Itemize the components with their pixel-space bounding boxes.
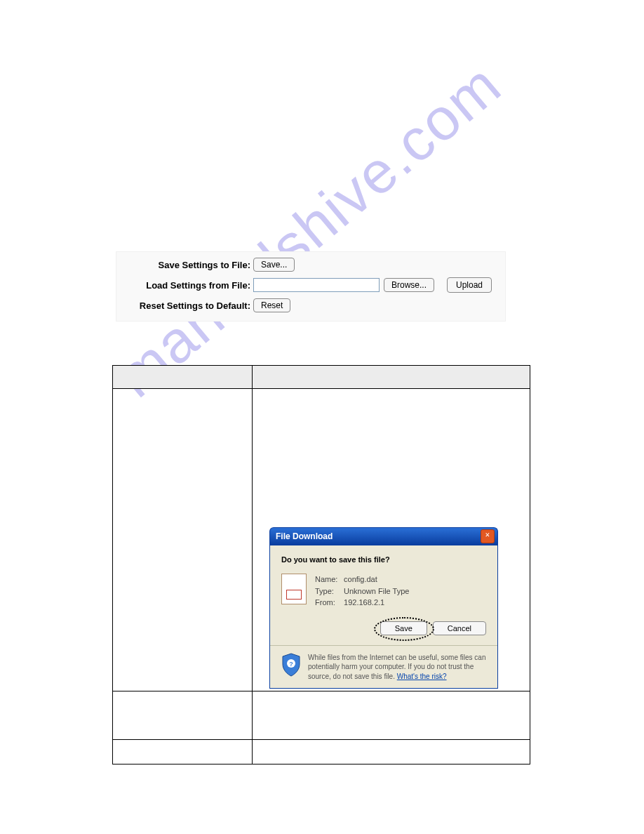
browse-button[interactable]: Browse...	[384, 278, 434, 292]
dialog-title: File Download	[276, 531, 333, 541]
table-row	[113, 691, 530, 740]
load-settings-label: Load Settings from File:	[123, 280, 253, 291]
file-download-dialog: File Download × Do you want to save this…	[269, 527, 498, 689]
risk-link[interactable]: What's the risk?	[397, 673, 447, 680]
svg-text:?: ?	[289, 661, 293, 668]
warning-text: While files from the Internet can be use…	[308, 653, 486, 682]
settings-panel: Save Settings to File: Save... Load Sett…	[116, 251, 506, 322]
dialog-titlebar[interactable]: File Download ×	[269, 527, 498, 545]
file-details: Name: config.dat Type: Unknown File Type…	[315, 574, 409, 609]
reset-button[interactable]: Reset	[253, 298, 290, 312]
table-header-2	[253, 366, 530, 389]
save-file-button[interactable]: Save...	[253, 258, 295, 272]
name-key: Name:	[315, 574, 342, 585]
shield-icon: ?	[281, 653, 301, 682]
table-header-1	[113, 366, 253, 389]
table-row	[113, 740, 530, 764]
file-name: config.dat	[344, 575, 377, 583]
dialog-cancel-button[interactable]: Cancel	[433, 621, 486, 635]
close-icon[interactable]: ×	[481, 529, 495, 543]
dialog-question: Do you want to save this file?	[281, 555, 486, 564]
save-settings-label: Save Settings to File:	[123, 260, 253, 270]
from-key: From:	[315, 597, 342, 609]
reset-settings-label: Reset Settings to Default:	[123, 300, 253, 311]
load-file-input[interactable]	[253, 278, 380, 292]
upload-button[interactable]: Upload	[447, 277, 492, 293]
type-key: Type:	[315, 585, 342, 597]
dialog-save-button[interactable]: Save	[380, 621, 427, 635]
file-type: Unknown File Type	[344, 587, 409, 595]
file-icon	[281, 574, 307, 604]
file-from: 192.168.2.1	[344, 598, 384, 607]
watermark-text: manualshive.com	[99, 46, 519, 414]
